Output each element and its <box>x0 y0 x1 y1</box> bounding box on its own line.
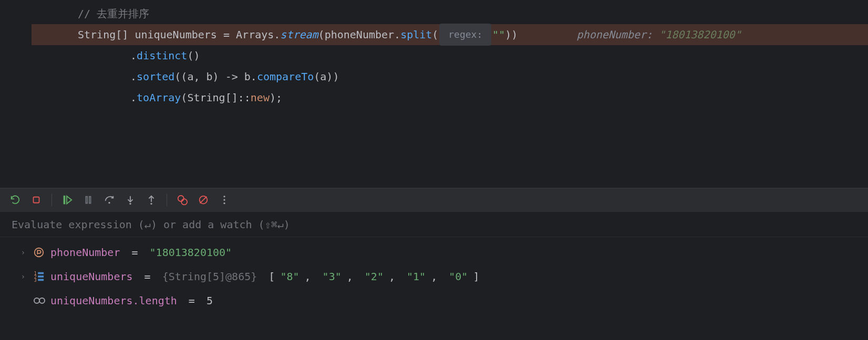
token-type: String <box>187 87 225 108</box>
array-comma: , <box>389 270 401 283</box>
array-item: "1" <box>407 270 426 283</box>
variable-row-phoneNumber[interactable]: › phoneNumber = "18013820100" <box>0 240 868 264</box>
array-item: "2" <box>365 270 384 283</box>
expand-arrow-icon[interactable]: › <box>19 248 27 257</box>
token-param: b <box>206 66 213 87</box>
token-class: Arrays <box>236 24 274 45</box>
variable-value: "18013820100" <box>150 246 232 259</box>
array-item: "0" <box>449 270 468 283</box>
step-over-button[interactable] <box>102 193 116 207</box>
param-icon <box>33 246 45 259</box>
token-type: String <box>78 24 116 45</box>
svg-point-10 <box>178 196 184 201</box>
array-open: [ <box>268 270 275 283</box>
rerun-button[interactable] <box>8 193 22 207</box>
param-hint-regex: regex: <box>439 24 491 46</box>
more-menu-button[interactable] <box>218 193 231 207</box>
token-dot: . <box>130 66 137 87</box>
svg-point-11 <box>181 199 187 205</box>
variable-name: phoneNumber <box>50 246 120 259</box>
inline-hint-value: "18013820100" <box>659 28 741 41</box>
evaluate-placeholder: Evaluate expression (↵) or add a watch (… <box>12 218 290 231</box>
token-coloncolon: :: <box>238 87 251 108</box>
variable-row-uniqueNumbers[interactable]: › 1 2 3 uniqueNumbers = {String[5]@865} … <box>0 264 868 289</box>
token-paren: ); <box>270 87 282 108</box>
toolbar-separator <box>51 194 52 206</box>
code-line-blank[interactable] <box>0 108 868 129</box>
svg-rect-22 <box>38 275 44 278</box>
step-into-button[interactable] <box>123 193 137 207</box>
code-line[interactable]: . sorted (( a , b ) -> b . compareTo ( a… <box>0 66 868 87</box>
token-ident: uniqueNumbers <box>135 24 217 45</box>
svg-rect-3 <box>86 197 87 204</box>
array-comma: , <box>431 270 443 283</box>
svg-point-24 <box>34 298 39 303</box>
svg-point-16 <box>223 203 225 204</box>
variable-eq: = <box>182 294 201 307</box>
variable-name: uniqueNumbers <box>50 270 133 283</box>
svg-text:3: 3 <box>34 278 37 282</box>
svg-rect-21 <box>38 272 44 274</box>
mute-breakpoints-button[interactable] <box>197 193 210 207</box>
step-out-button[interactable] <box>144 193 158 207</box>
token-method: toArray <box>137 87 181 108</box>
variable-eq: = <box>138 270 157 283</box>
token-paren: () <box>187 45 200 66</box>
svg-rect-4 <box>89 197 91 204</box>
token-assign: = <box>217 24 236 45</box>
token-method-static: stream <box>280 24 318 45</box>
token-paren: ( <box>432 24 438 45</box>
variable-eq: = <box>125 246 144 259</box>
svg-point-25 <box>39 298 45 303</box>
token-dot: . <box>274 24 280 45</box>
array-comma: , <box>347 270 359 283</box>
stop-button[interactable] <box>29 193 43 207</box>
watch-icon <box>33 294 45 307</box>
variable-type: {String[5]@865} <box>162 270 264 283</box>
svg-point-9 <box>150 203 152 205</box>
array-icon: 1 2 3 <box>33 270 45 283</box>
svg-marker-2 <box>67 196 71 204</box>
evaluate-expression-input[interactable]: Evaluate expression (↵) or add a watch (… <box>0 212 868 237</box>
variables-pane[interactable]: › phoneNumber = "18013820100" › 1 2 3 un… <box>0 237 868 313</box>
array-item: "3" <box>323 270 342 283</box>
token-param: a <box>187 66 193 87</box>
debug-toolbar <box>0 188 868 212</box>
token-brackets: [] <box>225 87 238 108</box>
panel-divider[interactable] <box>0 141 868 188</box>
token-paren: )) <box>505 24 518 45</box>
toolbar-separator <box>167 194 167 206</box>
token-method: distinct <box>137 45 187 66</box>
token-dot: . <box>130 87 137 108</box>
resume-button[interactable] <box>60 193 74 207</box>
view-breakpoints-button[interactable] <box>175 193 189 207</box>
token-arrow: ) -> <box>213 66 244 87</box>
token-paren: ( <box>181 87 187 108</box>
token-ident: a <box>320 66 326 87</box>
code-editor[interactable]: // 去重并排序 String [] uniqueNumbers = Array… <box>0 0 868 141</box>
variable-row-length[interactable]: uniqueNumbers.length = 5 <box>0 289 868 313</box>
token-dot: . <box>130 45 137 66</box>
code-line-current[interactable]: String [] uniqueNumbers = Arrays . strea… <box>0 24 868 45</box>
editor-gutter <box>0 0 32 141</box>
inline-hint-name: phoneNumber: <box>577 28 659 41</box>
token-keyword: new <box>251 87 270 108</box>
inline-debug-hint: phoneNumber: "18013820100" <box>539 3 741 66</box>
token-ident: phoneNumber <box>325 24 394 45</box>
token-dot: . <box>394 24 400 45</box>
token-method: split <box>400 24 432 45</box>
svg-rect-0 <box>34 197 39 203</box>
token-brackets: [] <box>116 24 135 45</box>
svg-point-14 <box>223 196 225 197</box>
pause-button[interactable] <box>81 193 95 207</box>
token-paren: ( <box>314 66 320 87</box>
svg-rect-1 <box>64 196 65 204</box>
svg-point-7 <box>129 203 131 205</box>
code-line[interactable]: . toArray ( String [] :: new ); <box>0 87 868 108</box>
variable-name: uniqueNumbers.length <box>50 294 177 307</box>
token-dot: . <box>251 66 257 87</box>
svg-point-17 <box>35 248 44 257</box>
expand-arrow-icon[interactable]: › <box>19 272 27 281</box>
svg-rect-23 <box>38 279 44 281</box>
token-ident: b <box>244 66 251 87</box>
